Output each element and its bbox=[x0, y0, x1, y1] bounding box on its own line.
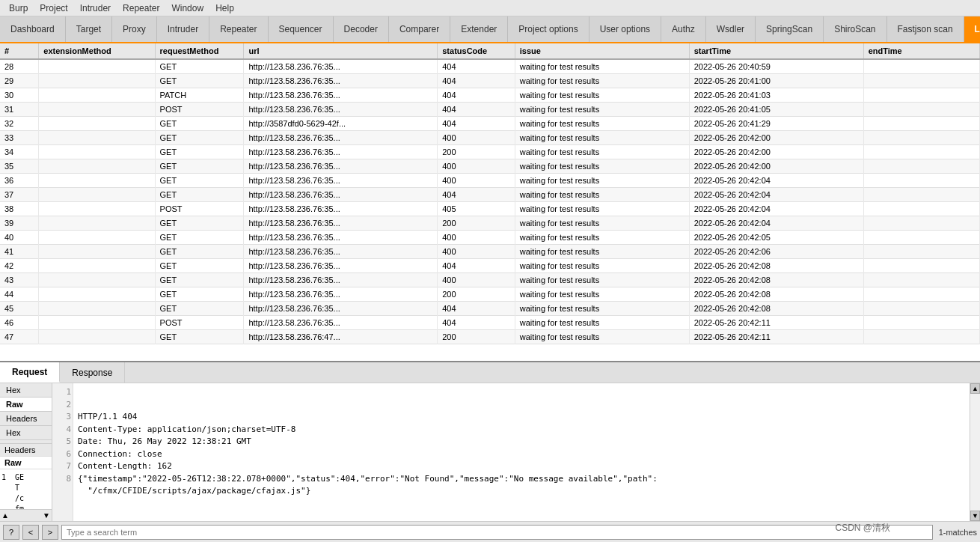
table-row[interactable]: 34 GET http://123.58.236.76:35... 200 wa… bbox=[0, 145, 980, 159]
line-number: 1 bbox=[54, 386, 71, 399]
menu-project[interactable]: Project bbox=[34, 1, 73, 15]
table-row[interactable]: 30 PATCH http://123.58.236.76:35... 404 … bbox=[0, 88, 980, 103]
bottom-toolbar: ? < > 1-matches bbox=[0, 521, 980, 542]
scroll-up-arrow[interactable]: ▲ bbox=[1, 511, 9, 520]
back-button[interactable]: < bbox=[22, 525, 39, 540]
cell-method: GET bbox=[155, 231, 244, 245]
tab-comparer[interactable]: Comparer bbox=[389, 16, 450, 42]
cell-endtime bbox=[863, 88, 979, 103]
col-header-start[interactable]: startTime bbox=[689, 43, 863, 59]
scroll-down-btn[interactable]: ▼ bbox=[970, 511, 980, 521]
left-tab-raw[interactable]: Raw bbox=[0, 457, 52, 469]
table-row[interactable]: 44 GET http://123.58.236.76:35... 200 wa… bbox=[0, 287, 980, 302]
cell-issue: waiting for test results bbox=[515, 74, 689, 88]
table-row[interactable]: 39 GET http://123.58.236.76:35... 200 wa… bbox=[0, 216, 980, 231]
search-status: 1-matches bbox=[939, 528, 977, 537]
cell-num: 42 bbox=[0, 259, 39, 273]
col-header-url[interactable]: url bbox=[244, 43, 438, 59]
cell-extmethod bbox=[39, 59, 155, 74]
col-header-status[interactable]: statusCode bbox=[438, 43, 515, 59]
tab-shiroscan[interactable]: ShiroScan bbox=[824, 16, 886, 42]
table-scroll[interactable]: # extensionMethod requestMethod url stat… bbox=[0, 43, 980, 361]
tab-dashboard[interactable]: Dashboard bbox=[0, 16, 66, 42]
cell-endtime bbox=[863, 216, 979, 231]
watermark: CSDN @清秋 bbox=[835, 522, 890, 535]
cell-method: GET bbox=[155, 259, 244, 273]
cell-method: GET bbox=[155, 131, 244, 145]
tab-extender[interactable]: Extender bbox=[450, 16, 508, 42]
table-row[interactable]: 33 GET http://123.58.236.76:35... 400 wa… bbox=[0, 131, 980, 145]
cell-num: 38 bbox=[0, 202, 39, 216]
col-header-num[interactable]: # bbox=[0, 43, 39, 59]
table-row[interactable]: 41 GET http://123.58.236.76:35... 400 wa… bbox=[0, 245, 980, 259]
tab-repeater[interactable]: Repeater bbox=[209, 16, 268, 42]
subtab-raw[interactable]: Raw bbox=[0, 398, 52, 412]
cell-starttime: 2022-05-26 20:42:04 bbox=[689, 188, 863, 202]
help-button[interactable]: ? bbox=[3, 525, 19, 540]
col-header-method[interactable]: requestMethod bbox=[155, 43, 244, 59]
cell-url: http://123.58.236.76:35... bbox=[244, 302, 438, 316]
cell-endtime bbox=[863, 287, 979, 302]
table-row[interactable]: 32 GET http://3587dfd0-5629-42f... 404 w… bbox=[0, 117, 980, 131]
table-row[interactable]: 45 GET http://123.58.236.76:35... 404 wa… bbox=[0, 302, 980, 316]
cell-issue: waiting for test results bbox=[515, 273, 689, 287]
tab-sequencer[interactable]: Sequencer bbox=[269, 16, 334, 42]
tab-wsdler[interactable]: Wsdler bbox=[706, 16, 756, 42]
forward-button[interactable]: > bbox=[42, 525, 58, 540]
tab-log4jscan[interactable]: Log4jScan bbox=[964, 16, 980, 42]
table-row[interactable]: 31 POST http://123.58.236.76:35... 404 w… bbox=[0, 103, 980, 117]
table-row[interactable]: 29 GET http://123.58.236.76:35... 404 wa… bbox=[0, 74, 980, 88]
table-header-row: # extensionMethod requestMethod url stat… bbox=[0, 43, 980, 59]
cell-url: http://123.58.236.76:35... bbox=[244, 74, 438, 88]
table-row[interactable]: 37 GET http://123.58.236.76:35... 404 wa… bbox=[0, 188, 980, 202]
subtab-hex-right[interactable]: Hex bbox=[0, 426, 52, 440]
cell-url: http://123.58.236.76:35... bbox=[244, 131, 438, 145]
right-scrollbar[interactable]: ▲ ▼ bbox=[970, 383, 980, 521]
menu-intruder[interactable]: Intruder bbox=[74, 1, 117, 15]
menu-burp[interactable]: Burp bbox=[3, 1, 34, 15]
cell-extmethod bbox=[39, 174, 155, 188]
subtab-headers[interactable]: Headers bbox=[0, 412, 52, 426]
table-row[interactable]: 43 GET http://123.58.236.76:35... 400 wa… bbox=[0, 273, 980, 287]
subtab-hex-left[interactable]: Hex bbox=[0, 383, 52, 398]
cell-extmethod bbox=[39, 216, 155, 231]
table-row[interactable]: 28 GET http://123.58.236.76:35... 404 wa… bbox=[0, 59, 980, 74]
tab-fastjson-scan[interactable]: Fastjson scan bbox=[887, 16, 964, 42]
tab-proxy[interactable]: Proxy bbox=[112, 16, 157, 42]
menu-window[interactable]: Window bbox=[165, 1, 209, 15]
menu-repeater[interactable]: Repeater bbox=[117, 1, 165, 15]
tab-springscan[interactable]: SpringScan bbox=[756, 16, 824, 42]
cell-endtime bbox=[863, 103, 979, 117]
search-input[interactable] bbox=[61, 525, 933, 540]
cell-method: GET bbox=[155, 330, 244, 344]
table-row[interactable]: 47 GET http://123.58.236.76:47... 200 wa… bbox=[0, 330, 980, 344]
menu-help[interactable]: Help bbox=[209, 1, 240, 15]
tab-intruder[interactable]: Intruder bbox=[157, 16, 209, 42]
table-row[interactable]: 35 GET http://123.58.236.76:35... 400 wa… bbox=[0, 159, 980, 174]
tab-authz[interactable]: Authz bbox=[661, 16, 706, 42]
table-row[interactable]: 42 GET http://123.58.236.76:35... 404 wa… bbox=[0, 259, 980, 273]
left-tab-headers[interactable]: Headers bbox=[0, 444, 52, 457]
cell-issue: waiting for test results bbox=[515, 316, 689, 330]
col-header-issue[interactable]: issue bbox=[515, 43, 689, 59]
cell-issue: waiting for test results bbox=[515, 202, 689, 216]
cell-extmethod bbox=[39, 74, 155, 88]
tab-user-options[interactable]: User options bbox=[589, 16, 661, 42]
table-row[interactable]: 36 GET http://123.58.236.76:35... 400 wa… bbox=[0, 174, 980, 188]
col-header-extmethod[interactable]: extensionMethod bbox=[39, 43, 155, 59]
cell-num: 31 bbox=[0, 103, 39, 117]
table-row[interactable]: 40 GET http://123.58.236.76:35... 400 wa… bbox=[0, 231, 980, 245]
table-row[interactable]: 38 POST http://123.58.236.76:35... 405 w… bbox=[0, 202, 980, 216]
tab-request[interactable]: Request bbox=[0, 362, 60, 383]
tab-target[interactable]: Target bbox=[66, 16, 112, 42]
col-header-end[interactable]: endTime bbox=[863, 43, 979, 59]
tab-response[interactable]: Response bbox=[60, 362, 125, 383]
scroll-up-btn[interactable]: ▲ bbox=[970, 383, 980, 394]
tab-project-options[interactable]: Project options bbox=[508, 16, 589, 42]
response-text[interactable]: HTTP/1.1 404Content-Type: application/js… bbox=[73, 383, 970, 521]
scroll-down-arrow[interactable]: ▼ bbox=[43, 511, 50, 520]
cell-endtime bbox=[863, 259, 979, 273]
table-row[interactable]: 46 POST http://123.58.236.76:35... 404 w… bbox=[0, 316, 980, 330]
tab-decoder[interactable]: Decoder bbox=[334, 16, 389, 42]
cell-url: http://123.58.236.76:35... bbox=[244, 174, 438, 188]
